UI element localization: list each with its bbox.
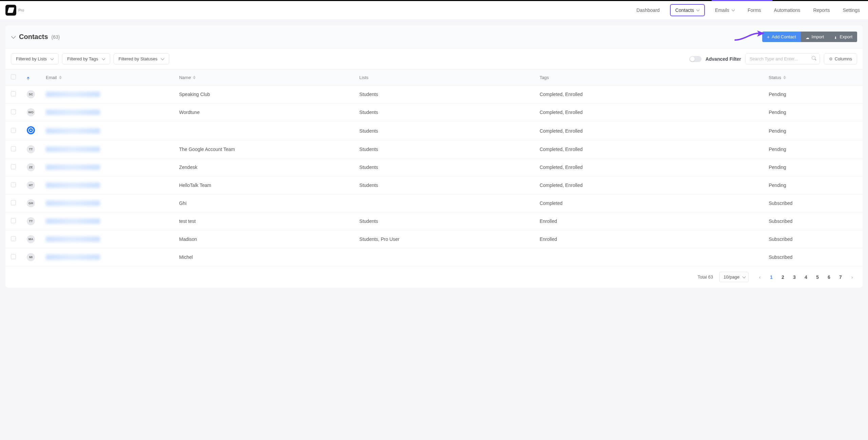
count-label: (63) (52, 34, 60, 40)
email-blurred[interactable] (46, 218, 100, 224)
nav-dashboard[interactable]: Dashboard (634, 4, 663, 16)
pagination: ‹ 1234567 › (755, 272, 857, 282)
cell-name: Zendesk (174, 158, 354, 176)
email-blurred[interactable] (46, 200, 100, 206)
sort-email[interactable] (59, 76, 62, 79)
email-blurred[interactable] (46, 147, 100, 152)
cell-name: The Google Account Team (174, 140, 354, 158)
total-label: Total 63 (697, 274, 713, 280)
table-row[interactable]: MIMichelSubscribed (5, 248, 863, 266)
filter-lists[interactable]: Filtered by Lists (11, 53, 59, 64)
cell-status: Pending (763, 158, 863, 176)
filter-bar: Filtered by Lists Filtered by Tags Filte… (5, 49, 863, 70)
download-icon (833, 35, 837, 39)
contacts-card: Contacts (63) + Add Contact Import (5, 25, 863, 288)
advanced-filter-toggle[interactable] (689, 56, 702, 62)
row-checkbox[interactable] (11, 236, 16, 241)
sort-name[interactable] (193, 76, 196, 79)
search-icon (812, 56, 816, 61)
filter-tags[interactable]: Filtered by Tags (62, 53, 110, 64)
cell-name: Michel (174, 248, 354, 266)
nav-reports[interactable]: Reports (810, 4, 832, 16)
collapse-icon[interactable] (11, 35, 16, 39)
add-contact-button[interactable]: + Add Contact (762, 32, 801, 42)
page-1[interactable]: 1 (766, 272, 776, 282)
import-button[interactable]: Import (801, 32, 829, 42)
email-blurred[interactable] (46, 110, 100, 115)
cell-name (174, 121, 354, 140)
row-checkbox[interactable] (11, 109, 16, 114)
nav-contacts[interactable]: Contacts (670, 4, 705, 16)
cell-lists: Students (354, 212, 534, 230)
nav-settings[interactable]: Settings (840, 4, 863, 16)
chevron-down-icon (161, 57, 164, 61)
row-checkbox[interactable] (11, 254, 16, 259)
top-accent-bar (0, 0, 868, 1)
page-4[interactable]: 4 (801, 272, 811, 282)
col-status-label[interactable]: Status (769, 75, 781, 80)
page-prev[interactable]: ‹ (755, 272, 765, 282)
col-name-label[interactable]: Name (179, 75, 191, 80)
table-row[interactable]: TTtest testStudentsEnrolledSubscribed (5, 212, 863, 230)
email-blurred[interactable] (46, 236, 100, 242)
table-row[interactable]: GHGhiCompletedSubscribed (5, 194, 863, 212)
columns-button[interactable]: Columns (824, 53, 857, 64)
row-checkbox[interactable] (11, 128, 16, 133)
app-logo[interactable] (5, 5, 16, 16)
page-2[interactable]: 2 (778, 272, 788, 282)
email-blurred[interactable] (46, 254, 100, 260)
cell-name: test test (174, 212, 354, 230)
col-email-label[interactable]: Email (46, 75, 57, 80)
row-checkbox[interactable] (11, 164, 16, 169)
page-size-select[interactable]: 10/page (719, 272, 749, 282)
contacts-table: Email Name Lists Tags Stat (5, 70, 863, 266)
chevron-down-icon (102, 57, 105, 61)
search-input[interactable] (745, 53, 820, 64)
avatar (27, 126, 35, 134)
email-blurred[interactable] (46, 183, 100, 188)
select-all-checkbox[interactable] (11, 74, 16, 79)
sort-status[interactable] (783, 76, 786, 79)
table-row[interactable]: ZEZendeskStudentsCompleted, EnrolledPend… (5, 158, 863, 176)
row-checkbox[interactable] (11, 91, 16, 96)
page-3[interactable]: 3 (789, 272, 800, 282)
page-5[interactable]: 5 (812, 272, 823, 282)
row-checkbox[interactable] (11, 218, 16, 223)
card-header: Contacts (63) + Add Contact Import (5, 25, 863, 49)
table-row[interactable]: MAMadisonStudents, Pro UserEnrolledSubsc… (5, 230, 863, 248)
chevron-down-icon (696, 8, 699, 12)
cell-name: Wordtune (174, 103, 354, 121)
email-blurred[interactable] (46, 128, 100, 134)
page-next[interactable]: › (847, 272, 857, 282)
table-row[interactable]: TTThe Google Account TeamStudentsComplet… (5, 140, 863, 158)
app-header: Pro DashboardContactsEmailsFormsAutomati… (0, 1, 868, 19)
row-checkbox[interactable] (11, 146, 16, 151)
table-row[interactable]: StudentsCompleted, EnrolledPending (5, 121, 863, 140)
annotation-arrow (735, 33, 766, 43)
table-row[interactable]: WOWordtuneStudentsCompleted, EnrolledPen… (5, 103, 863, 121)
col-tags-label: Tags (539, 75, 549, 80)
email-blurred[interactable] (46, 165, 100, 170)
chevron-down-icon (742, 275, 746, 279)
table-row[interactable]: HTHelloTalk TeamStudentsCompleted, Enrol… (5, 176, 863, 194)
page-7[interactable]: 7 (835, 272, 846, 282)
chevron-down-icon (50, 57, 54, 61)
export-button[interactable]: Export (829, 32, 857, 42)
table-row[interactable]: SCSpeaking ClubStudentsCompleted, Enroll… (5, 85, 863, 103)
avatar: MI (27, 253, 35, 261)
cell-name: Madison (174, 230, 354, 248)
avatar: GH (27, 199, 35, 207)
avatar: TT (27, 145, 35, 153)
col-lists-label: Lists (359, 75, 369, 80)
email-blurred[interactable] (46, 92, 100, 97)
cell-status: Pending (763, 103, 863, 121)
row-checkbox[interactable] (11, 182, 16, 187)
nav-automations[interactable]: Automations (771, 4, 803, 16)
sort-default[interactable] (27, 77, 29, 80)
nav-forms[interactable]: Forms (745, 4, 764, 16)
filter-statuses[interactable]: Filtered by Statuses (114, 53, 170, 64)
cell-status: Pending (763, 140, 863, 158)
row-checkbox[interactable] (11, 200, 16, 205)
nav-emails[interactable]: Emails (712, 4, 737, 16)
page-6[interactable]: 6 (824, 272, 834, 282)
